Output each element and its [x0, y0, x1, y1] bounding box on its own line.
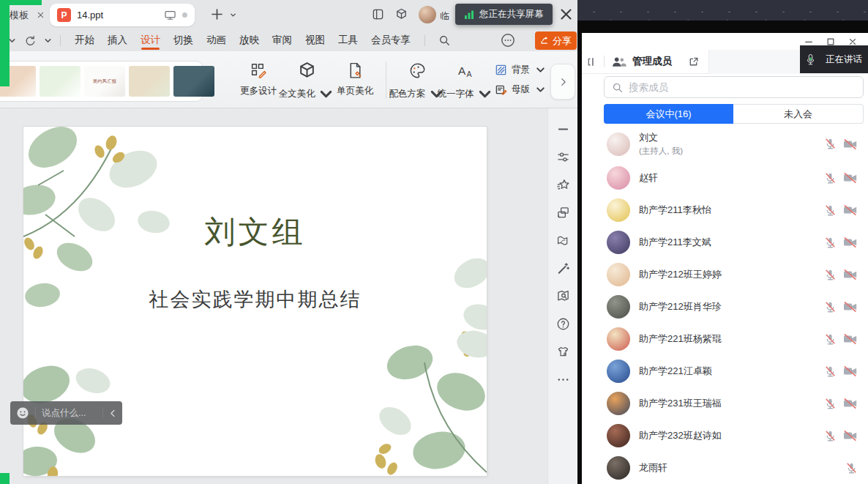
smart-beautify-icon[interactable] — [556, 261, 570, 275]
participant-row[interactable]: 助产学221班杨紫琨 — [582, 323, 868, 355]
mic-muted-icon[interactable] — [824, 301, 837, 313]
camera-off-icon[interactable] — [843, 237, 858, 248]
mic-muted-icon[interactable] — [824, 365, 837, 378]
skin-theme-icon[interactable] — [556, 345, 570, 359]
ribbon-button-统一字体[interactable]: AA统一字体 — [441, 60, 490, 103]
design-template-thumbnail-4[interactable] — [129, 66, 170, 97]
apps-cube-icon[interactable] — [395, 8, 408, 21]
tab-not-joined[interactable]: 未入会 — [733, 104, 864, 124]
ribbon-button-更多设计[interactable]: 更多设计 — [234, 60, 283, 97]
participant-row[interactable]: 助产学211李文斌 — [582, 226, 868, 258]
help-icon[interactable] — [556, 317, 570, 331]
participant-role: (主持人, 我) — [639, 146, 818, 157]
camera-off-icon[interactable] — [843, 430, 858, 442]
slide-switch-icon[interactable] — [556, 206, 570, 220]
adjust-sliders-icon[interactable] — [556, 150, 570, 164]
menu-审阅[interactable]: 审阅 — [266, 29, 299, 51]
participant-name: 助产学221班杨紫琨 — [639, 332, 818, 346]
emoji-icon[interactable] — [16, 406, 29, 420]
menu-会员专享[interactable]: 会员专享 — [364, 29, 417, 51]
ribbon-button-背景[interactable]: 背景 — [495, 64, 547, 76]
document-title: 14.ppt — [77, 10, 158, 21]
mic-muted-icon[interactable] — [824, 172, 837, 185]
participant-row[interactable]: 刘文(主持人, 我) — [582, 126, 868, 162]
member-search-box[interactable] — [604, 76, 864, 98]
participant-name: 助产学231班王瑞福 — [639, 397, 818, 410]
ribbon-expand-button[interactable] — [550, 64, 575, 100]
slide-title[interactable]: 刘文组 — [23, 212, 487, 253]
mic-muted-icon[interactable] — [824, 269, 837, 281]
camera-off-icon[interactable] — [843, 204, 858, 216]
design-template-thumbnail-5[interactable] — [173, 66, 214, 97]
mic-muted-icon[interactable] — [824, 138, 837, 150]
more-dots-icon[interactable] — [556, 373, 570, 387]
find-replace-icon[interactable] — [556, 289, 570, 303]
ribbon-button-配色方案[interactable]: 配色方案 — [393, 60, 441, 103]
background-icon — [495, 64, 507, 76]
document-tab-active[interactable]: P 14.ppt — [50, 4, 195, 26]
redo-history-chevron[interactable] — [43, 36, 53, 45]
participant-row[interactable]: 助产学221江卓颖 — [582, 355, 868, 387]
participant-row[interactable]: 赵轩 — [582, 162, 868, 194]
menu-插入[interactable]: 插入 — [101, 29, 134, 51]
divider — [604, 56, 605, 67]
wps-document-area: 刘文组 社会实践学期中期总结 说点什么... — [0, 108, 577, 484]
camera-off-icon[interactable] — [843, 138, 858, 150]
tab-list-chevron[interactable] — [229, 11, 237, 19]
share-button[interactable]: 分享 — [535, 31, 577, 50]
menu-设计[interactable]: 设计 — [134, 29, 167, 51]
ribbon-button-全文美化[interactable]: 全文美化 — [283, 60, 331, 103]
menu-切换[interactable]: 切换 — [167, 29, 200, 51]
participant-row[interactable]: 助产学231班王瑞福 — [582, 387, 868, 420]
tab-in-meeting[interactable]: 会议中(16) — [604, 104, 733, 124]
chat-input-placeholder[interactable]: 说点什么... — [42, 407, 97, 420]
chevron-down-icon — [476, 85, 494, 103]
camera-off-icon[interactable] — [843, 333, 858, 345]
search-input[interactable] — [629, 82, 856, 93]
mic-muted-icon[interactable] — [824, 237, 837, 249]
ribbon-button-单页美化[interactable]: 单页美化 — [331, 60, 379, 97]
svg-text:A: A — [466, 70, 472, 78]
participant-row[interactable]: 助产学212班肖华珍 — [582, 291, 868, 323]
design-template-thumbnail-2[interactable] — [40, 66, 81, 97]
participant-row[interactable]: 龙雨轩 — [582, 452, 868, 484]
collapse-chevron-icon[interactable] — [109, 409, 116, 418]
redo-icon[interactable] — [24, 34, 36, 46]
participant-info: 刘文(主持人, 我) — [639, 131, 818, 157]
more-options-icon[interactable] — [501, 33, 515, 48]
meeting-quick-chat-bar[interactable]: 说点什么... — [10, 401, 122, 425]
design-template-thumbnail-3[interactable]: 简约风汇报 — [84, 66, 125, 97]
camera-off-icon[interactable] — [843, 172, 858, 184]
camera-off-icon[interactable] — [843, 365, 858, 377]
mic-muted-icon[interactable] — [824, 333, 837, 346]
slide-subtitle[interactable]: 社会实践学期中期总结 — [23, 286, 487, 313]
participant-row[interactable]: 助产学211李秋怡 — [582, 194, 868, 226]
wps-close-button[interactable] — [558, 7, 574, 22]
new-tab-button[interactable] — [210, 7, 224, 21]
participant-row[interactable]: 助产学232班赵诗如 — [582, 420, 868, 452]
mic-muted-icon[interactable] — [824, 204, 837, 217]
collapse-dash-icon[interactable] — [556, 122, 570, 136]
mic-muted-icon[interactable] — [824, 398, 837, 410]
ribbon-button-母版[interactable]: 母版 — [495, 83, 547, 96]
menu-动画[interactable]: 动画 — [200, 29, 233, 51]
camera-off-icon[interactable] — [843, 301, 858, 313]
camera-off-icon[interactable] — [843, 398, 858, 409]
participant-row[interactable]: 助产学212班王婷婷 — [582, 258, 868, 291]
mic-muted-icon[interactable] — [845, 462, 858, 474]
divider — [424, 35, 425, 46]
user-avatar[interactable] — [419, 6, 436, 23]
mic-muted-icon[interactable] — [824, 430, 837, 442]
tab-close-icon[interactable] — [37, 11, 45, 19]
camera-off-icon[interactable] — [843, 269, 858, 280]
split-view-icon[interactable] — [372, 8, 384, 21]
effects-star-icon[interactable] — [556, 178, 570, 192]
menu-工具[interactable]: 工具 — [332, 29, 364, 51]
ink-annotate-icon[interactable] — [556, 234, 570, 247]
participant-name: 刘文 — [639, 131, 818, 144]
menu-开始[interactable]: 开始 — [68, 29, 101, 51]
popout-icon[interactable] — [688, 56, 699, 67]
search-icon[interactable] — [438, 34, 450, 46]
menu-视图[interactable]: 视图 — [299, 29, 332, 51]
menu-放映[interactable]: 放映 — [233, 29, 266, 51]
